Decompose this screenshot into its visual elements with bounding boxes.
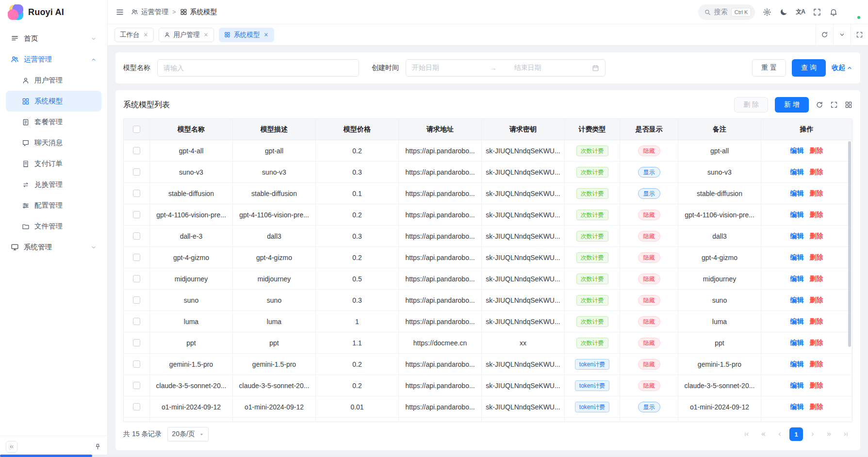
edit-link[interactable]: 编辑 [790,339,804,347]
edit-link[interactable]: 编辑 [790,381,804,390]
horizontal-scrollbar-track[interactable] [0,455,868,457]
tab-workbench[interactable]: 工作台 [115,28,154,42]
row-checkbox[interactable] [133,360,140,368]
close-icon[interactable] [143,32,148,37]
delete-link[interactable]: 删除 [810,360,823,369]
cell-visibility: 隐藏 [620,354,678,375]
row-checkbox[interactable] [133,147,140,154]
delete-link[interactable]: 删除 [810,296,823,305]
breadcrumb-item-operation[interactable]: 运营管理 [131,8,168,16]
sidebar-item-file-management[interactable]: 文件管理 [6,216,101,237]
edit-link[interactable]: 编辑 [790,296,804,305]
visibility-tag: 隐藏 [638,146,660,156]
edit-link[interactable]: 编辑 [790,275,804,283]
brand[interactable]: Ruoyi AI [0,0,107,24]
edit-link[interactable]: 编辑 [790,168,804,177]
add-button[interactable]: 新 增 [775,97,809,113]
row-checkbox[interactable] [133,232,140,240]
prev-page-button[interactable] [773,427,786,441]
tab-user-management[interactable]: 用户管理 [159,28,214,42]
breadcrumb: 运营管理 > 系统模型 [131,8,217,16]
first-page-button[interactable] [740,427,753,441]
row-checkbox[interactable] [133,190,140,197]
column-settings-icon[interactable] [845,101,852,109]
select-all-checkbox[interactable] [133,126,140,133]
maximize-content-icon[interactable] [851,24,868,45]
edit-link[interactable]: 编辑 [790,147,804,155]
sidebar-item-system-model[interactable]: 系统模型 [6,91,101,112]
cell-model-desc: gpt-all [233,140,316,162]
row-checkbox[interactable] [133,318,140,325]
create-time-range-picker[interactable]: 开始日期 → 结束日期 [406,59,606,77]
delete-link[interactable]: 删除 [810,232,823,241]
close-icon[interactable] [203,32,209,37]
close-icon[interactable] [263,32,269,37]
row-checkbox[interactable] [133,339,140,346]
delete-link[interactable]: 删除 [810,317,823,326]
delete-link[interactable]: 删除 [810,339,823,347]
sidebar-item-package-management[interactable]: 套餐管理 [6,112,101,132]
sidebar-item-exchange-management[interactable]: 兑换管理 [6,174,101,195]
next-page-button[interactable] [806,427,819,441]
sidebar-item-chat-messages[interactable]: 聊天消息 [6,132,101,153]
tab-system-model[interactable]: 系统模型 [219,28,274,42]
query-button[interactable]: 查 询 [792,59,826,77]
dark-mode-moon-icon[interactable] [779,8,788,16]
row-checkbox[interactable] [133,211,140,218]
row-checkbox[interactable] [133,275,140,282]
row-checkbox[interactable] [133,382,140,389]
sidebar-item-home[interactable]: 首页 [6,28,101,49]
row-checkbox[interactable] [133,254,140,261]
delete-link[interactable]: 删除 [810,381,823,390]
pin-sidebar-icon[interactable] [94,443,101,450]
delete-link[interactable]: 删除 [810,211,823,219]
sidebar-item-config-management[interactable]: 配置管理 [6,195,101,216]
sidebar-item-payment-orders[interactable]: 支付订单 [6,153,101,174]
delete-link[interactable]: 删除 [810,168,823,177]
horizontal-scrollbar-thumb[interactable] [0,455,92,457]
edit-link[interactable]: 编辑 [790,211,804,219]
model-name-input[interactable] [157,59,359,77]
fullscreen-table-icon[interactable] [830,101,838,109]
last-page-button[interactable] [839,427,852,441]
user-avatar[interactable] [846,5,860,19]
jump-prev-button[interactable] [756,427,770,441]
edit-link[interactable]: 编辑 [790,317,804,326]
jump-next-button[interactable] [822,427,836,441]
sidebar-item-operation[interactable]: 运营管理 [6,49,101,70]
refresh-tab-icon[interactable] [816,24,833,45]
tab-options-chevron-icon[interactable] [833,24,851,45]
column-header-visibility: 是否显示 [620,119,678,140]
delete-link[interactable]: 删除 [810,189,823,198]
collapse-filter-link[interactable]: 收起 [832,64,852,72]
edit-link[interactable]: 编辑 [790,360,804,369]
edit-link[interactable]: 编辑 [790,403,804,411]
table-scrollbar-thumb[interactable] [848,141,851,347]
breadcrumb-item-current[interactable]: 系统模型 [180,8,217,16]
edit-link[interactable]: 编辑 [790,189,804,198]
translate-icon[interactable]: 文A [796,8,805,16]
edit-link[interactable]: 编辑 [790,232,804,241]
refresh-table-icon[interactable] [816,101,823,109]
current-page-button[interactable]: 1 [789,427,803,441]
row-checkbox[interactable] [133,403,140,410]
global-search[interactable]: 搜索 Ctrl K [698,4,755,20]
row-checkbox[interactable] [133,168,140,176]
sidebar-item-user-management[interactable]: 用户管理 [6,70,101,91]
fullscreen-icon[interactable] [813,8,821,16]
delete-selected-button[interactable]: 删 除 [734,97,768,113]
delete-link[interactable]: 删除 [810,275,823,283]
notification-bell-icon[interactable] [829,8,838,16]
page-size-select[interactable]: 20条/页 [167,427,208,441]
delete-link[interactable]: 删除 [810,253,823,262]
row-checkbox[interactable] [133,296,140,304]
sidebar-item-system-management[interactable]: 系统管理 [6,237,101,258]
reset-button[interactable]: 重 置 [752,59,786,77]
cell-remark: gpt-4-1106-vision-pre... [678,204,761,226]
edit-link[interactable]: 编辑 [790,253,804,262]
delete-link[interactable]: 删除 [810,403,823,411]
hamburger-menu-icon[interactable] [115,8,124,16]
settings-gear-icon[interactable] [763,8,771,16]
collapse-sidebar-button[interactable] [6,441,17,453]
delete-link[interactable]: 删除 [810,147,823,155]
